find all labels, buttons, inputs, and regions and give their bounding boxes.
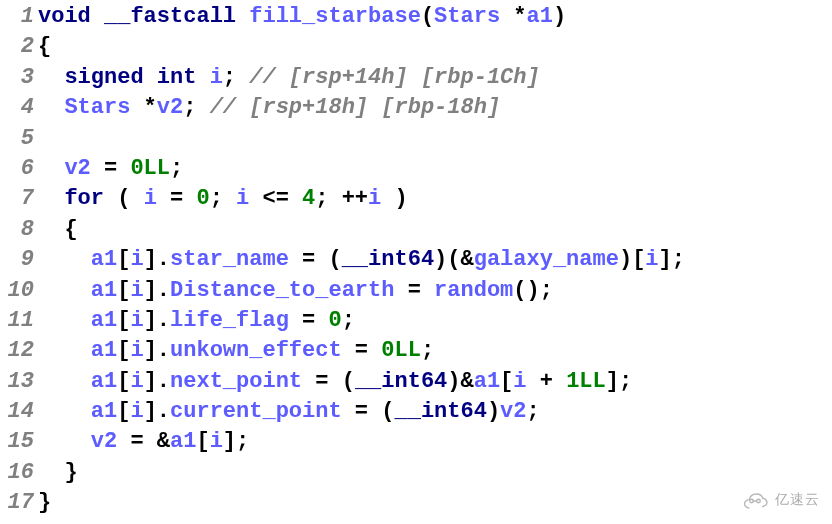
code-token: i [130, 338, 143, 363]
code-token: 0LL [381, 338, 421, 363]
code-token: Stars [64, 95, 130, 120]
code-line[interactable]: a1[i].current_point = (__int64)v2; [38, 397, 685, 427]
code-token: signed [64, 65, 143, 90]
code-token: i [513, 369, 526, 394]
code-token: i [236, 186, 249, 211]
code-token: ]. [144, 399, 170, 424]
code-token: [ [117, 399, 130, 424]
code-line[interactable]: a1[i].life_flag = 0; [38, 306, 685, 336]
code-token: void [38, 4, 91, 29]
code-token: i [130, 308, 143, 333]
line-number: 13 [0, 367, 34, 397]
code-token [236, 4, 249, 29]
code-token: + [527, 369, 567, 394]
code-token: [ [500, 369, 513, 394]
line-number: 2 [0, 32, 34, 62]
code-token: [ [196, 429, 209, 454]
code-token: ) [487, 399, 500, 424]
code-line[interactable]: Stars *v2; // [rsp+18h] [rbp-18h] [38, 93, 685, 123]
code-line[interactable]: a1[i].next_point = (__int64)&a1[i + 1LL]… [38, 367, 685, 397]
code-token: v2 [91, 429, 117, 454]
code-token: i [144, 186, 157, 211]
code-token: random [434, 278, 513, 303]
code-token [91, 4, 104, 29]
code-token [144, 65, 157, 90]
code-token: fill_starbase [249, 4, 421, 29]
line-number: 5 [0, 124, 34, 154]
code-line[interactable]: } [38, 488, 685, 518]
code-token: ( [421, 4, 434, 29]
code-token [38, 308, 91, 333]
watermark: 亿速云 [741, 484, 820, 514]
code-token: ; [421, 338, 434, 363]
code-token: a1 [91, 369, 117, 394]
code-token: ( [104, 186, 144, 211]
code-token: a1 [527, 4, 553, 29]
code-token [196, 65, 209, 90]
code-token: __int64 [342, 247, 434, 272]
line-number: 1 [0, 2, 34, 32]
code-token: v2 [500, 399, 526, 424]
code-token: = ( [342, 399, 395, 424]
code-line[interactable]: void __fastcall fill_starbase(Stars *a1) [38, 2, 685, 32]
line-number: 11 [0, 306, 34, 336]
code-token: = [289, 308, 329, 333]
svg-point-1 [757, 499, 761, 503]
code-token: __int64 [394, 399, 486, 424]
line-number: 17 [0, 488, 34, 518]
code-token: 4 [302, 186, 315, 211]
code-token: i [368, 186, 381, 211]
line-number: 3 [0, 63, 34, 93]
code-token [38, 338, 91, 363]
code-token: * [500, 4, 526, 29]
code-line[interactable]: { [38, 32, 685, 62]
code-token: a1 [170, 429, 196, 454]
code-line[interactable]: a1[i].star_name = (__int64)(&galaxy_name… [38, 245, 685, 275]
code-body[interactable]: void __fastcall fill_starbase(Stars *a1)… [36, 2, 685, 519]
code-token: int [157, 65, 197, 90]
code-token: = ( [289, 247, 342, 272]
code-token: i [210, 65, 223, 90]
code-token: } [38, 460, 78, 485]
code-token: unkown_effect [170, 338, 342, 363]
code-line[interactable]: signed int i; // [rsp+14h] [rbp-1Ch] [38, 63, 685, 93]
code-line[interactable]: v2 = 0LL; [38, 154, 685, 184]
code-token: ]; [659, 247, 685, 272]
code-token: // [rsp+18h] [rbp-18h] [210, 95, 500, 120]
code-token [38, 186, 64, 211]
code-token: 1LL [566, 369, 606, 394]
code-token: )[ [619, 247, 645, 272]
code-token: { [38, 217, 78, 242]
code-token: star_name [170, 247, 289, 272]
code-line[interactable]: { [38, 215, 685, 245]
code-token: galaxy_name [474, 247, 619, 272]
code-token: for [64, 186, 104, 211]
code-token: ; [183, 95, 209, 120]
code-token: v2 [157, 95, 183, 120]
code-line[interactable]: v2 = &a1[i]; [38, 427, 685, 457]
code-token: i [130, 369, 143, 394]
line-number: 15 [0, 427, 34, 457]
code-token: // [rsp+14h] [rbp-1Ch] [249, 65, 539, 90]
code-token: a1 [91, 247, 117, 272]
code-token: [ [117, 247, 130, 272]
code-line[interactable] [38, 124, 685, 154]
code-line[interactable]: a1[i].unkown_effect = 0LL; [38, 336, 685, 366]
code-line[interactable]: } [38, 458, 685, 488]
code-token [38, 156, 64, 181]
code-line[interactable]: for ( i = 0; i <= 4; ++i ) [38, 184, 685, 214]
line-number: 16 [0, 458, 34, 488]
code-token: a1 [91, 399, 117, 424]
code-token: i [130, 399, 143, 424]
code-token: = [394, 278, 434, 303]
code-token: [ [117, 308, 130, 333]
code-token: __fastcall [104, 4, 236, 29]
code-token: ]. [144, 278, 170, 303]
code-token [38, 278, 91, 303]
code-token: life_flag [170, 308, 289, 333]
code-line[interactable]: a1[i].Distance_to_earth = random(); [38, 276, 685, 306]
code-token: a1 [474, 369, 500, 394]
code-token: 0LL [130, 156, 170, 181]
line-number: 8 [0, 215, 34, 245]
code-token: { [38, 34, 51, 59]
